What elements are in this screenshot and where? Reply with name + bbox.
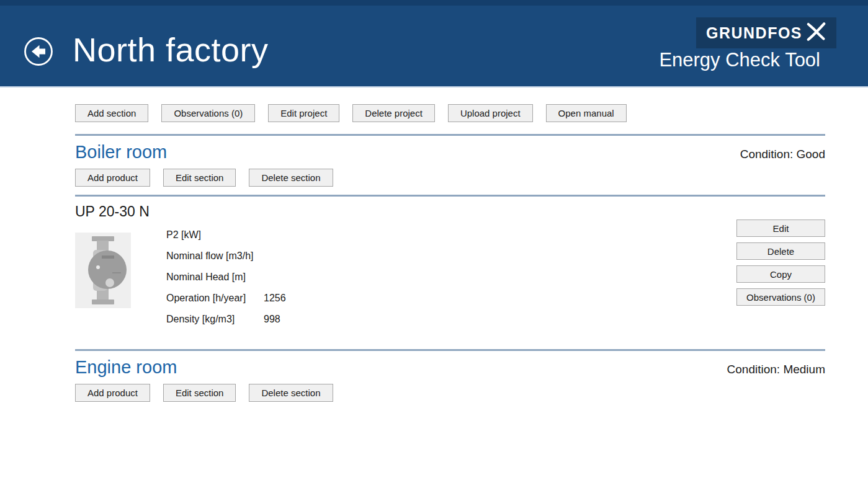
header-left: North factory [24,31,269,68]
delete-section-button[interactable]: Delete section [249,384,333,402]
project-observations-button[interactable]: Observations (0) [161,104,255,122]
project-toolbar: Add section Observations (0) Edit projec… [75,104,825,122]
product-divider [75,195,825,197]
section-boiler-room: Boiler room Condition: Good Add product … [75,141,825,330]
grundfos-logo-text: GRUNDFOS [706,25,802,41]
app-name: Energy Check Tool [659,49,820,71]
back-button[interactable] [24,37,53,66]
delete-product-button[interactable]: Delete [736,242,825,260]
spec-label: Density [kg/m3] [166,314,264,325]
add-product-button[interactable]: Add product [75,384,150,402]
add-product-button[interactable]: Add product [75,169,150,187]
condition-text: Condition: Good [740,148,825,161]
open-manual-button[interactable]: Open manual [546,104,627,122]
section-buttons: Add product Edit section Delete section [75,169,825,187]
delete-project-button[interactable]: Delete project [352,104,435,122]
header-right: GRUNDFOS Energy Check Tool [659,0,868,71]
spec-label: Nominal flow [m3/h] [166,251,264,262]
spec-row: Density [kg/m3] 998 [166,309,286,330]
spec-row: P2 [kW] [166,224,286,246]
spec-label: P2 [kW] [166,229,264,241]
section-title: Engine room [75,356,177,378]
section-title: Boiler room [75,141,167,163]
main-content: Add section Observations (0) Edit projec… [0,104,868,402]
section-divider [75,134,825,136]
app-header: North factory GRUNDFOS Energy Check Tool [0,0,868,87]
section-engine-room: Engine room Condition: Medium Add produc… [75,356,825,402]
back-arrow-icon [24,59,53,68]
condition-text: Condition: Medium [727,363,825,376]
product-body: P2 [kW] Nominal flow [m3/h] Nominal Head… [75,224,825,330]
copy-product-button[interactable]: Copy [736,265,825,283]
spec-label: Nominal Head [m] [166,272,264,283]
spec-value: 1256 [264,293,286,304]
spec-row: Nominal Head [m] [166,267,286,288]
section-header: Engine room Condition: Medium [75,356,825,378]
section-buttons: Add product Edit section Delete section [75,384,825,402]
spec-label: Operation [h/year] [166,293,264,304]
spec-row: Nominal flow [m3/h] [166,246,286,267]
delete-section-button[interactable]: Delete section [249,169,333,187]
product-observations-button[interactable]: Observations (0) [736,288,825,306]
grundfos-x-mark-icon [806,22,826,43]
add-section-button[interactable]: Add section [75,104,148,122]
pump-product-image [75,233,131,308]
upload-project-button[interactable]: Upload project [448,104,533,122]
product-row: UP 20-30 N [75,202,825,330]
spec-row: Operation [h/year] 1256 [166,288,286,309]
page-title: North factory [73,31,269,68]
edit-product-button[interactable]: Edit [736,220,825,237]
edit-project-button[interactable]: Edit project [268,104,339,122]
product-actions: Edit Delete Copy Observations (0) [736,220,825,306]
edit-section-button[interactable]: Edit section [163,384,236,402]
product-title: UP 20-30 N [75,202,825,221]
product-specs: P2 [kW] Nominal flow [m3/h] Nominal Head… [166,224,286,330]
section-divider [75,349,825,351]
spec-value: 998 [264,314,280,325]
grundfos-logo: GRUNDFOS [696,17,836,48]
section-header: Boiler room Condition: Good [75,141,825,163]
edit-section-button[interactable]: Edit section [163,169,236,187]
